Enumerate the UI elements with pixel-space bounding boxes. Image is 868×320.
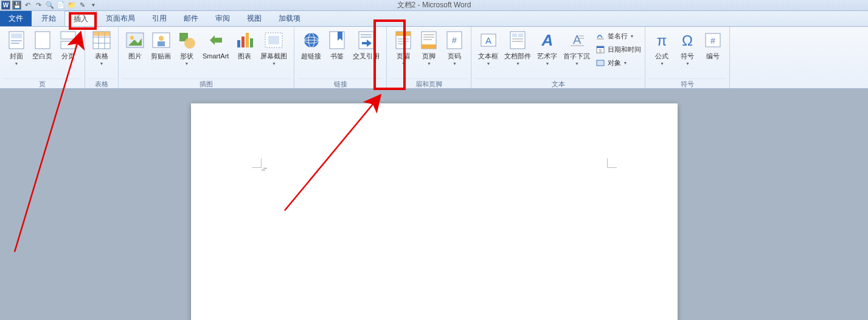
- svg-rect-39: [396, 32, 411, 36]
- clipart-icon: [151, 30, 171, 50]
- number-label: 编号: [706, 52, 720, 60]
- dropdown-arrow-icon: ▼: [623, 61, 627, 65]
- equation-icon: π: [652, 30, 672, 50]
- bookmark-button[interactable]: 书签: [325, 29, 349, 61]
- group-text-label: 文本: [475, 78, 641, 88]
- hyperlink-button[interactable]: 超链接: [299, 29, 324, 61]
- group-text: A 文本框 ▼ 文档部件 ▼ A 艺术字 ▼ A: [471, 27, 645, 88]
- pagenum-button[interactable]: # 页码 ▼: [442, 29, 467, 67]
- datetime-icon: 5: [595, 44, 605, 54]
- svg-text:A: A: [485, 35, 491, 46]
- svg-rect-47: [423, 39, 432, 40]
- dropdown-arrow-icon: ▼: [185, 61, 189, 66]
- dropdown-arrow-icon: ▼: [660, 61, 664, 66]
- ribbon-tabs: 文件 开始 插入 页面布局 引用 邮件 审阅 视图 加载项: [0, 11, 868, 27]
- svg-text:A: A: [573, 33, 582, 46]
- table-icon: [92, 30, 111, 50]
- qat-icon-1[interactable]: 🔍: [45, 1, 54, 10]
- document-canvas[interactable]: [0, 89, 868, 320]
- screenshot-button[interactable]: 屏幕截图 ▼: [258, 29, 290, 67]
- footer-button[interactable]: 页脚 ▼: [417, 29, 441, 67]
- pagenum-label: 页码: [448, 52, 461, 60]
- clipart-button[interactable]: 剪贴画: [148, 29, 173, 61]
- quickparts-button[interactable]: 文档部件 ▼: [502, 29, 533, 67]
- blank-page-icon: [33, 30, 52, 50]
- dropcap-button[interactable]: A 首字下沉 ▼: [561, 29, 592, 67]
- footer-label: 页脚: [422, 52, 436, 60]
- undo-icon[interactable]: ↶: [23, 1, 32, 10]
- svg-rect-55: [512, 38, 523, 40]
- chart-button[interactable]: 图表: [232, 29, 257, 61]
- tab-view[interactable]: 视图: [238, 11, 270, 26]
- signature-label: 签名行: [608, 32, 628, 41]
- chart-label: 图表: [238, 52, 251, 60]
- svg-rect-44: [422, 44, 436, 49]
- signature-line-button[interactable]: 签名行 ▼: [595, 29, 641, 43]
- ribbon: 封面 ▼ 空白页 分页 页: [0, 27, 868, 89]
- cover-page-button[interactable]: 封面 ▼: [4, 29, 29, 67]
- equation-button[interactable]: π 公式 ▼: [650, 29, 674, 67]
- svg-rect-64: [597, 46, 604, 48]
- datetime-button[interactable]: 5 日期和时间: [595, 43, 641, 56]
- hyperlink-icon: [302, 30, 321, 50]
- group-illustrations-label: 插图: [122, 78, 290, 88]
- quickparts-label: 文档部件: [504, 52, 531, 60]
- svg-rect-12: [93, 32, 110, 36]
- group-header-footer: 页眉 ▼ 页脚 ▼ # 页码 ▼ 眉和页脚: [387, 27, 471, 88]
- symbol-button[interactable]: Ω 符号 ▼: [675, 29, 700, 67]
- dropdown-arrow-icon: ▼: [427, 61, 431, 66]
- wordart-label: 艺术字: [537, 52, 557, 60]
- page[interactable]: [191, 103, 678, 320]
- bookmark-icon: [327, 30, 347, 50]
- textbox-button[interactable]: A 文本框 ▼: [476, 29, 501, 67]
- header-button[interactable]: 页眉 ▼: [391, 29, 415, 67]
- tab-file[interactable]: 文件: [0, 11, 32, 26]
- shapes-button[interactable]: 形状 ▼: [175, 29, 199, 67]
- smartart-icon: [206, 30, 226, 50]
- picture-button[interactable]: 图片: [123, 29, 147, 61]
- datetime-label: 日期和时间: [608, 45, 641, 54]
- dropdown-arrow-icon: ▼: [686, 61, 690, 66]
- svg-point-17: [159, 36, 164, 41]
- dropdown-arrow-icon: ▼: [516, 61, 520, 66]
- qat-icon-3[interactable]: 📁: [67, 1, 76, 10]
- object-button[interactable]: 对象 ▼: [595, 56, 641, 69]
- shapes-label: 形状: [180, 52, 193, 60]
- qat-icon-4[interactable]: ✎: [78, 1, 87, 10]
- wordart-button[interactable]: A 艺术字 ▼: [535, 29, 560, 67]
- quick-access-toolbar: W 💾 ↶ ↷ 🔍 📄 📁 ✎ ▼ 文档2 - Microsoft Word: [0, 0, 868, 11]
- tab-home[interactable]: 开始: [33, 11, 64, 26]
- tab-insert[interactable]: 插入: [64, 11, 97, 26]
- crossref-button[interactable]: 交叉引用: [350, 29, 382, 61]
- redo-icon[interactable]: ↷: [34, 1, 43, 10]
- number-button[interactable]: # 编号: [701, 29, 725, 61]
- tab-review[interactable]: 审阅: [207, 11, 238, 26]
- object-icon: [595, 58, 605, 68]
- qat-icon-2[interactable]: 📄: [56, 1, 65, 10]
- table-button[interactable]: 表格 ▼: [89, 29, 114, 67]
- margin-corner-icon: [252, 158, 262, 168]
- header-label: 页眉: [397, 52, 410, 60]
- qat-dropdown-icon[interactable]: ▼: [89, 1, 98, 10]
- svg-rect-60: [579, 38, 584, 39]
- svg-text:A: A: [541, 31, 554, 49]
- tab-layout[interactable]: 页面布局: [97, 11, 144, 26]
- text-cursor-icon: [262, 169, 266, 174]
- object-label: 对象: [608, 58, 621, 68]
- page-break-label: 分页: [61, 52, 75, 60]
- tab-references[interactable]: 引用: [144, 11, 175, 26]
- blank-page-label: 空白页: [32, 52, 52, 60]
- tab-addins[interactable]: 加载项: [270, 11, 309, 26]
- blank-page-button[interactable]: 空白页: [30, 29, 55, 61]
- smartart-button[interactable]: SmartArt: [200, 29, 231, 61]
- tab-mailings[interactable]: 邮件: [175, 11, 207, 26]
- group-links: 超链接 书签 交叉引用 链接: [294, 27, 387, 88]
- hyperlink-label: 超链接: [301, 52, 321, 60]
- page-break-button[interactable]: 分页: [56, 29, 80, 61]
- cover-page-label: 封面: [10, 52, 23, 60]
- crossref-label: 交叉引用: [353, 52, 380, 60]
- save-icon[interactable]: 💾: [12, 1, 21, 10]
- dropcap-icon: A: [567, 30, 586, 50]
- dropdown-arrow-icon: ▼: [545, 61, 549, 66]
- svg-rect-53: [512, 33, 517, 37]
